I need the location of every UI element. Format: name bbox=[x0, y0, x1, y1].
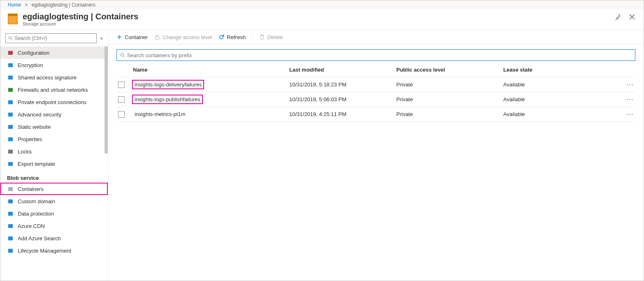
sidebar-item-lifecycle-management[interactable]: Lifecycle Management bbox=[0, 244, 108, 257]
col-lease[interactable]: Lease state bbox=[503, 67, 619, 73]
sidebar-item-label: Azure CDN bbox=[18, 223, 45, 229]
trash-icon bbox=[259, 34, 265, 40]
row-checkbox[interactable] bbox=[118, 81, 125, 88]
sidebar-item-label: Lifecycle Management bbox=[18, 248, 71, 254]
sidebar-item-label: Configuration bbox=[18, 50, 49, 56]
breadcrumb: Home > egdiaglogtesting | Containers bbox=[0, 0, 644, 9]
sidebar-item-properties[interactable]: Properties bbox=[0, 133, 108, 145]
svg-rect-16 bbox=[8, 248, 12, 252]
cell-lease: Available bbox=[503, 111, 619, 117]
breadcrumb-home[interactable]: Home bbox=[8, 2, 21, 8]
cell-modified: 10/31/2019, 5:18:23 PM bbox=[289, 81, 396, 88]
container-name[interactable]: insights-logs-deliveryfailures bbox=[133, 81, 203, 88]
table-row[interactable]: insights-logs-publishfailures10/31/2019,… bbox=[116, 92, 635, 107]
cell-access: Private bbox=[396, 111, 503, 117]
row-more-icon[interactable]: ··· bbox=[619, 95, 635, 104]
col-name[interactable]: Name bbox=[133, 67, 289, 73]
toolbar-separator bbox=[252, 33, 253, 41]
col-modified[interactable]: Last modified bbox=[289, 67, 396, 73]
plus-icon bbox=[116, 34, 122, 40]
sidebar-item-advanced-security[interactable]: Advanced security bbox=[0, 108, 108, 121]
row-more-icon[interactable]: ··· bbox=[619, 110, 635, 118]
refresh-button[interactable]: Refresh bbox=[219, 34, 246, 40]
delete-button: Delete bbox=[259, 34, 283, 40]
svg-rect-2 bbox=[8, 63, 12, 67]
globe-shield-icon bbox=[7, 86, 14, 93]
sidebar-item-configuration[interactable]: Configuration bbox=[0, 46, 108, 59]
sidebar-item-private-endpoint-connections[interactable]: Private endpoint connections bbox=[0, 96, 108, 108]
toolbox-icon bbox=[7, 49, 14, 56]
resource-type: Storage account bbox=[23, 21, 138, 26]
sidebar-section-blob: Blob service bbox=[0, 170, 108, 183]
container-name[interactable]: insights-logs-publishfailures bbox=[133, 95, 202, 103]
svg-rect-14 bbox=[8, 224, 12, 228]
cell-modified: 10/31/2019, 5:06:03 PM bbox=[289, 96, 396, 102]
svg-rect-12 bbox=[8, 199, 12, 203]
search-icon bbox=[120, 53, 126, 58]
container-name[interactable]: insights-metrics-pt1m bbox=[133, 110, 187, 118]
sidebar-item-firewalls-and-virtual-networks[interactable]: Firewalls and virtual networks bbox=[0, 84, 108, 96]
lock-open-icon bbox=[154, 34, 160, 40]
filter-box[interactable] bbox=[116, 49, 635, 61]
col-access[interactable]: Public access level bbox=[396, 67, 503, 73]
filter-input[interactable] bbox=[127, 52, 632, 58]
toolbar: Container Change access level Refresh De… bbox=[108, 30, 644, 44]
sidebar-item-label: Static website bbox=[18, 124, 51, 130]
svg-rect-7 bbox=[8, 125, 12, 128]
container-icon bbox=[7, 186, 14, 192]
svg-rect-1 bbox=[8, 51, 12, 54]
refresh-icon bbox=[219, 34, 224, 40]
shield-icon bbox=[7, 210, 14, 217]
svg-rect-11 bbox=[8, 187, 12, 190]
svg-point-18 bbox=[121, 53, 123, 56]
scrollbar-thumb[interactable] bbox=[105, 46, 108, 153]
sidebar-item-azure-cdn[interactable]: Azure CDN bbox=[0, 220, 108, 232]
cell-lease: Available bbox=[503, 96, 619, 102]
sidebar-item-static-website[interactable]: Static website bbox=[0, 121, 108, 133]
sidebar-item-shared-access-signature[interactable]: Shared access signature bbox=[0, 71, 108, 84]
cell-lease: Available bbox=[503, 81, 619, 88]
grid-header: Name Last modified Public access level L… bbox=[116, 63, 635, 77]
storage-account-icon bbox=[8, 14, 18, 24]
sidebar-item-encryption[interactable]: Encryption bbox=[0, 59, 108, 71]
sidebar-item-label: Containers bbox=[18, 186, 44, 192]
sidebar-item-data-protection[interactable]: Data protection bbox=[0, 207, 108, 220]
cell-access: Private bbox=[396, 96, 503, 102]
tag-icon bbox=[7, 198, 14, 204]
sidebar-item-add-azure-search[interactable]: Add Azure Search bbox=[0, 232, 108, 244]
sidebar-item-containers[interactable]: Containers bbox=[0, 183, 108, 195]
row-checkbox[interactable] bbox=[118, 111, 125, 118]
sidebar-nav[interactable]: ConfigurationEncryptionShared access sig… bbox=[0, 46, 108, 281]
chevron-right-icon: > bbox=[25, 2, 28, 8]
svg-rect-8 bbox=[8, 137, 12, 141]
collapse-sidebar-icon[interactable]: « bbox=[100, 35, 103, 41]
sidebar: « ConfigurationEncryptionShared access s… bbox=[0, 30, 108, 281]
lock-icon bbox=[7, 62, 14, 68]
row-more-icon[interactable]: ··· bbox=[619, 80, 635, 89]
table-row[interactable]: insights-logs-deliveryfailures10/31/2019… bbox=[116, 77, 635, 92]
row-checkbox[interactable] bbox=[118, 96, 125, 103]
sidebar-item-custom-domain[interactable]: Custom domain bbox=[0, 195, 108, 207]
pin-icon[interactable] bbox=[615, 14, 622, 21]
sidebar-item-label: Data protection bbox=[18, 211, 54, 217]
sidebar-search[interactable] bbox=[5, 33, 97, 43]
sidebar-item-label: Export template bbox=[18, 161, 55, 167]
sidebar-item-locks[interactable]: Locks bbox=[0, 145, 108, 158]
table-row[interactable]: insights-metrics-pt1m10/31/2019, 4:25:11… bbox=[116, 107, 635, 122]
sidebar-item-label: Encryption bbox=[18, 62, 43, 68]
main-content: Container Change access level Refresh De… bbox=[108, 30, 644, 281]
svg-rect-15 bbox=[8, 236, 12, 240]
close-icon[interactable] bbox=[629, 14, 636, 21]
add-container-button[interactable]: Container bbox=[116, 34, 148, 40]
sidebar-search-input[interactable] bbox=[15, 35, 94, 41]
search-icon bbox=[8, 36, 13, 41]
sidebar-item-label: Add Azure Search bbox=[18, 235, 61, 242]
sidebar-item-label: Advanced security bbox=[18, 111, 61, 118]
sidebar-item-label: Locks bbox=[18, 149, 32, 155]
containers-grid: Name Last modified Public access level L… bbox=[108, 63, 644, 122]
export-icon bbox=[7, 160, 14, 167]
breadcrumb-current: egdiaglogtesting | Containers bbox=[32, 2, 95, 8]
shield-icon bbox=[7, 111, 14, 118]
sidebar-item-label: Properties bbox=[18, 136, 42, 142]
sidebar-item-export-template[interactable]: Export template bbox=[0, 158, 108, 170]
